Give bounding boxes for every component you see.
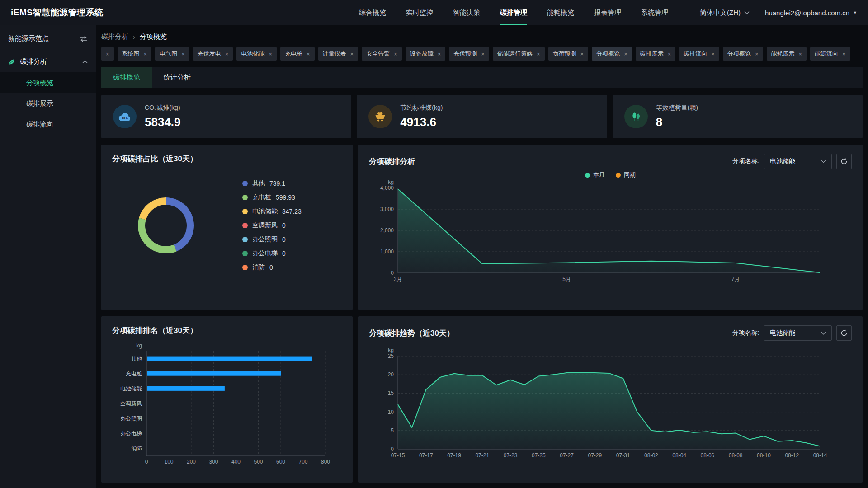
tag[interactable]: 碳排展示× [636, 47, 676, 61]
tag-close-icon[interactable]: × [438, 51, 441, 57]
co2-cloud-icon: CO₂ [113, 105, 137, 128]
tag[interactable]: 储能运行策略× [493, 47, 545, 61]
chart-legend-item[interactable]: 本月 [585, 171, 605, 179]
svg-text:08-10: 08-10 [757, 452, 771, 459]
svg-text:07-15: 07-15 [391, 452, 405, 459]
site-selector[interactable]: 新能源示范点 [0, 25, 96, 51]
tag[interactable]: 电池储能× [236, 47, 277, 61]
panel-analysis-title: 分项碳排分析 [369, 156, 415, 167]
pie-legend-item[interactable]: 充电桩599.93 [242, 193, 302, 202]
tag[interactable]: 系统图× [118, 47, 152, 61]
legend-dot [242, 209, 248, 214]
refresh-button-trend[interactable] [836, 325, 852, 341]
pie-legend-item[interactable]: 电池储能347.23 [242, 207, 302, 216]
pie-legend-item[interactable]: 办公照明0 [242, 235, 302, 244]
tag-label: 负荷预测 [553, 50, 576, 58]
app-logo: iEMS智慧能源管理系统 [11, 7, 103, 19]
svg-text:15: 15 [388, 390, 394, 396]
tag-close-icon[interactable]: × [481, 51, 485, 57]
tag[interactable]: 分项概览× [723, 47, 763, 61]
tag-close-icon[interactable]: × [580, 51, 584, 57]
svg-text:08-12: 08-12 [785, 452, 799, 459]
tag-close-icon[interactable]: × [624, 51, 627, 57]
legend-value: 599.93 [276, 194, 295, 201]
legend-label: 本月 [593, 171, 605, 179]
tag-close-icon[interactable]: × [394, 51, 397, 57]
svg-text:07-23: 07-23 [504, 452, 518, 459]
legend-dot [242, 265, 248, 270]
tag-close-icon[interactable]: × [537, 51, 540, 57]
nav-item[interactable]: 实时监控 [406, 0, 433, 25]
tag-close-icon[interactable]: × [144, 51, 147, 57]
tag[interactable]: 光伏预测× [449, 47, 489, 61]
pie-legend-item[interactable]: 消防0 [242, 263, 302, 272]
tag-close-icon[interactable]: × [225, 51, 229, 57]
tag-close-icon[interactable]: × [799, 51, 802, 57]
svg-text:300: 300 [209, 459, 218, 465]
nav-item[interactable]: 碳排管理 [500, 0, 527, 25]
tag-label: 计量仪表 [323, 50, 346, 58]
tag-label: 设备故障 [410, 50, 434, 58]
breadcrumb-item[interactable]: 碳排分析 [101, 33, 128, 41]
tag-close-icon[interactable]: × [106, 51, 109, 57]
sidebar-group-carbon-analysis[interactable]: 碳排分析 [0, 51, 96, 72]
tag[interactable]: × [101, 47, 114, 61]
stat-text: CO₂减排(kg)5834.9 [145, 104, 181, 129]
nav-item[interactable]: 智能决策 [453, 0, 480, 25]
nav-item[interactable]: 报表管理 [594, 0, 621, 25]
chart-legend-item[interactable]: 同期 [616, 171, 636, 179]
sidebar-item[interactable]: 碳排展示 [0, 93, 96, 114]
pie-legend-item[interactable]: 其他739.1 [242, 179, 302, 188]
tag-close-icon[interactable]: × [711, 51, 715, 57]
pie-legend-item[interactable]: 办公电梯0 [242, 249, 302, 258]
tag-close-icon[interactable]: × [668, 51, 671, 57]
legend-value: 347.23 [282, 208, 302, 215]
refresh-button-analysis[interactable] [836, 154, 852, 169]
tag[interactable]: 碳排流向× [679, 47, 719, 61]
sidebar-item[interactable]: 碳排流向 [0, 114, 96, 135]
tag[interactable]: 设备故障× [406, 47, 446, 61]
tag-close-icon[interactable]: × [307, 51, 310, 57]
tab-碳排概览[interactable]: 碳排概览 [101, 67, 152, 88]
pie-legend-item[interactable]: 空调新风0 [242, 221, 302, 230]
subitem-select-analysis[interactable]: 电池储能 [764, 154, 832, 169]
language-selector[interactable]: 简体中文(ZH) [700, 9, 750, 17]
legend-value: 0 [282, 236, 286, 243]
tag[interactable]: 安全告警× [362, 47, 402, 61]
tag[interactable]: 分项概览× [592, 47, 632, 61]
nav-item[interactable]: 系统管理 [641, 0, 668, 25]
legend-dot [242, 195, 248, 200]
tag[interactable]: 电气图× [155, 47, 189, 61]
tag[interactable]: 充电桩× [280, 47, 315, 61]
svg-text:400: 400 [231, 459, 241, 465]
svg-text:消防: 消防 [131, 445, 142, 451]
tag-close-icon[interactable]: × [350, 51, 354, 57]
sidebar-item[interactable]: 分项概览 [0, 72, 96, 93]
svg-text:08-02: 08-02 [644, 452, 658, 459]
tag-close-icon[interactable]: × [181, 51, 185, 57]
legend-value: 0 [282, 250, 286, 257]
tag[interactable]: 光伏发电× [193, 47, 233, 61]
tag-close-icon[interactable]: × [842, 51, 846, 57]
tag[interactable]: 能耗展示× [767, 47, 807, 61]
tab-统计分析[interactable]: 统计分析 [152, 67, 203, 88]
tag-label: 电池储能 [241, 50, 264, 58]
svg-text:办公照明: 办公照明 [120, 415, 142, 422]
nav-item[interactable]: 综合概览 [359, 0, 386, 25]
panel-trend: 分项碳排趋势（近30天） 分项名称: 电池储能 [358, 316, 863, 483]
tag[interactable]: 负荷预测× [548, 47, 589, 61]
user-menu[interactable]: huanglei2@topband.com.cn ▼ [765, 9, 857, 17]
tag[interactable]: 能源流向× [810, 47, 850, 61]
tag-close-icon[interactable]: × [269, 51, 272, 57]
nav-item[interactable]: 能耗概览 [547, 0, 574, 25]
tag-close-icon[interactable]: × [755, 51, 759, 57]
collapse-sidebar-icon[interactable] [80, 36, 88, 42]
tag-label: 电气图 [160, 50, 177, 58]
chevron-down-icon [744, 11, 750, 14]
tag-label: 分项概览 [596, 50, 620, 58]
tag[interactable]: 计量仪表× [318, 47, 359, 61]
svg-text:2,000: 2,000 [380, 227, 394, 234]
stat-value: 4913.6 [400, 115, 443, 129]
subitem-select-trend[interactable]: 电池储能 [764, 325, 832, 341]
svg-text:10: 10 [388, 409, 394, 415]
